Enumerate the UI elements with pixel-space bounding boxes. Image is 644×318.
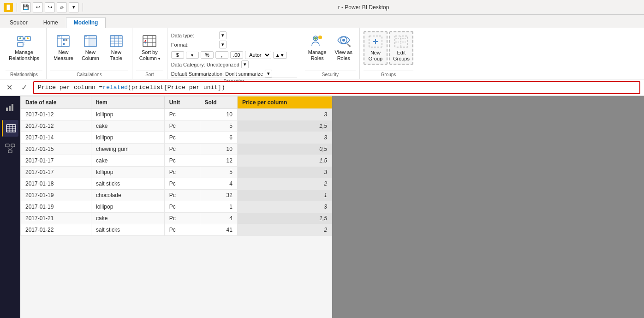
gray-area [332, 96, 644, 318]
data-type-row: Data type: ▾ [171, 31, 297, 39]
calculations-group-label: Calculations [50, 71, 128, 79]
auto-select[interactable]: Autor [245, 51, 271, 59]
cell-date: 2017-01-17 [21, 155, 91, 167]
new-group-button[interactable]: NewGroup [364, 31, 388, 65]
formula-input[interactable]: Price per column = related(pricelist[Pri… [33, 81, 640, 94]
svg-rect-48 [9, 106, 11, 111]
nav-data-button[interactable] [2, 120, 18, 137]
svg-rect-12 [63, 43, 65, 45]
formula-bar: ✕ ✓ Price per column = related(pricelist… [0, 79, 644, 96]
undo-button[interactable]: ↩ [33, 2, 43, 12]
svg-point-35 [314, 37, 317, 40]
percent-button[interactable]: % [201, 51, 214, 59]
dollar-button[interactable]: $ [171, 51, 184, 59]
manage-roles-button[interactable]: ManageRoles [305, 31, 330, 64]
cell-date: 2017-01-12 [21, 109, 91, 120]
ribbon-group-groups: NewGroup EditGroups Groups [360, 28, 417, 79]
ribbon: ManageRelationships Relationships fx [0, 28, 644, 79]
table-row: 2017-01-19lollipopPc13 [21, 201, 332, 213]
tab-modeling[interactable]: Modeling [66, 17, 106, 28]
cell-price: 1,5 [237, 155, 332, 167]
new-group-label: NewGroup [369, 50, 383, 62]
tab-soubor[interactable]: Soubor [2, 17, 36, 28]
nav-report-button[interactable] [2, 100, 18, 116]
auto-arrow[interactable]: ▲▼ [273, 52, 287, 59]
svg-point-6 [27, 37, 29, 39]
cell-unit: Pc [164, 201, 200, 213]
format-row: Format: ▾ [171, 41, 297, 48]
cell-sold: 5 [200, 167, 237, 178]
groups-group-label: Groups [364, 71, 413, 79]
new-measure-button[interactable]: fx NewMeasure [50, 31, 77, 64]
svg-line-60 [10, 147, 13, 150]
app-icon: ▐▌ [4, 3, 13, 12]
new-column-button[interactable]: fx NewColumn [78, 31, 102, 64]
cell-item: lollipop [91, 201, 165, 213]
format-label: Format: [171, 42, 217, 48]
sort-by-column-button[interactable]: Sort byColumn ▾ [136, 31, 163, 64]
nav-model-button[interactable] [2, 140, 18, 157]
data-type-dropdown[interactable]: ▾ [219, 31, 227, 39]
comma-button[interactable]: , [215, 51, 228, 59]
new-table-label: NewTable [110, 49, 122, 61]
svg-rect-49 [12, 104, 13, 111]
data-category-label: Data Category: Uncategorized [171, 62, 239, 67]
tab-home[interactable]: Home [36, 17, 66, 28]
sort-by-column-label: Sort byColumn ▾ [139, 49, 160, 61]
left-navigation [0, 96, 20, 318]
save-button[interactable]: 💾 [21, 2, 31, 12]
cell-unit: Pc [164, 132, 200, 144]
cell-unit: Pc [164, 120, 200, 132]
dropdown-button[interactable]: ▾ [69, 2, 79, 12]
table-icon [109, 34, 124, 48]
cell-item: cake [91, 120, 165, 132]
summarization-dropdown[interactable]: ▾ [265, 70, 272, 78]
view-as-roles-button[interactable]: View asRoles [332, 31, 356, 64]
ribbon-group-calculations: fx NewMeasure fx [47, 28, 132, 79]
manage-relationships-button[interactable]: ManageRelationships [6, 31, 42, 64]
cell-item: lollipop [91, 132, 165, 144]
edit-groups-button[interactable]: EditGroups [389, 31, 413, 65]
col-item[interactable]: Item [91, 96, 165, 109]
chevron-button[interactable]: ▾ [186, 52, 199, 59]
emoji-button[interactable]: ☺ [57, 2, 67, 12]
cell-item: salt sticks [91, 224, 165, 236]
svg-rect-11 [63, 39, 65, 41]
formula-confirm-button[interactable]: ✓ [18, 83, 30, 92]
cell-date: 2017-01-17 [21, 167, 91, 178]
redo-button[interactable]: ↪ [45, 2, 55, 12]
title-bar-buttons: 💾 ↩ ↪ ☺ ▾ [21, 2, 79, 12]
window-title: r - Power BI Desktop [87, 4, 640, 11]
cell-sold: 5 [200, 120, 237, 132]
svg-rect-2 [18, 42, 23, 47]
cell-price: 2 [237, 178, 332, 190]
table-row: 2017-01-17cakePc121,5 [21, 155, 332, 167]
svg-rect-57 [11, 144, 15, 147]
cell-price: 2 [237, 224, 332, 236]
new-table-button[interactable]: NewTable [104, 31, 128, 64]
formula-cancel-button[interactable]: ✕ [4, 83, 15, 92]
cell-price: 3 [237, 167, 332, 178]
cell-date: 2017-01-14 [21, 132, 91, 144]
svg-rect-56 [6, 144, 9, 147]
groups-items: NewGroup EditGroups [364, 30, 413, 71]
ribbon-group-security: ManageRoles View asRoles Security [301, 28, 360, 79]
data-category-row: Data Category: Uncategorized ▾ [171, 60, 297, 68]
cell-price: 0,5 [237, 144, 332, 155]
format-dropdown[interactable]: ▾ [219, 41, 227, 48]
sort-items: Sort byColumn ▾ [136, 30, 163, 71]
table-row: 2017-01-19chocoladePc321 [21, 190, 332, 201]
col-price[interactable]: Price per column [237, 96, 332, 109]
security-items: ManageRoles View asRoles [305, 30, 356, 71]
svg-rect-43 [395, 36, 408, 47]
col-unit[interactable]: Unit [164, 96, 200, 109]
svg-point-5 [19, 37, 21, 39]
cell-sold: 10 [200, 144, 237, 155]
col-sold[interactable]: Sold [200, 96, 237, 109]
cell-unit: Pc [164, 109, 200, 120]
col-date[interactable]: Date of sale [21, 96, 91, 109]
decimal-button[interactable]: .00 [230, 51, 243, 59]
table-row: 2017-01-18salt sticksPc42 [21, 178, 332, 190]
data-category-dropdown[interactable]: ▾ [241, 60, 249, 68]
table-row: 2017-01-21cakePc41,5 [21, 213, 332, 224]
